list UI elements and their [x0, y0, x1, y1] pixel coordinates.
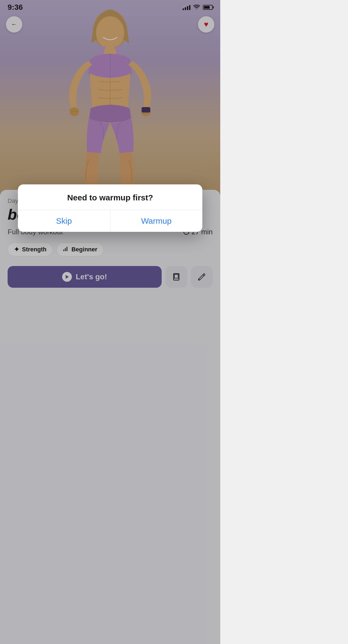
skip-button[interactable]: Skip	[18, 210, 110, 232]
warmup-button[interactable]: Warmup	[110, 210, 203, 232]
modal-overlay: Need to warmup first? Skip Warmup	[0, 0, 220, 644]
modal-buttons: Skip Warmup	[18, 210, 202, 232]
warmup-modal: Need to warmup first? Skip Warmup	[18, 184, 202, 232]
modal-title: Need to warmup first?	[18, 184, 202, 210]
